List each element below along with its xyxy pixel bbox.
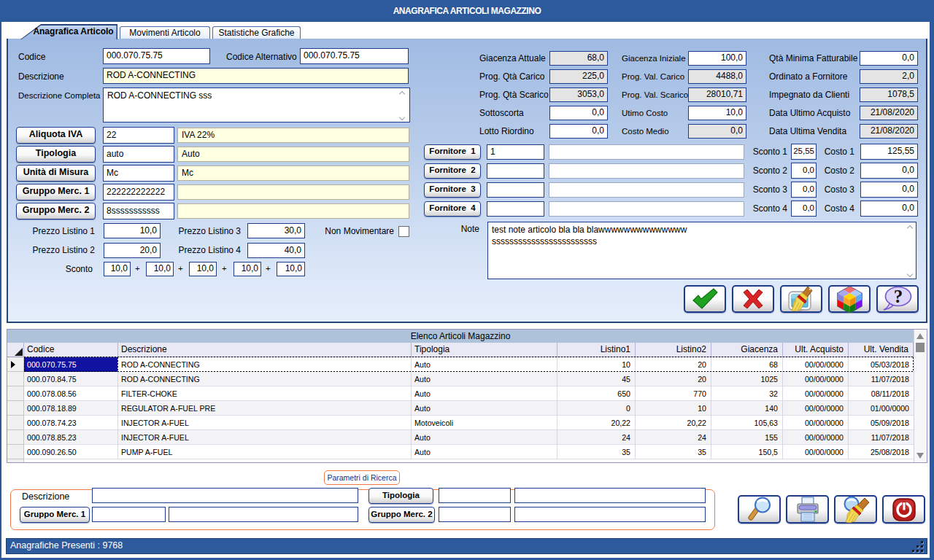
svg-text:?: ? <box>894 287 903 306</box>
